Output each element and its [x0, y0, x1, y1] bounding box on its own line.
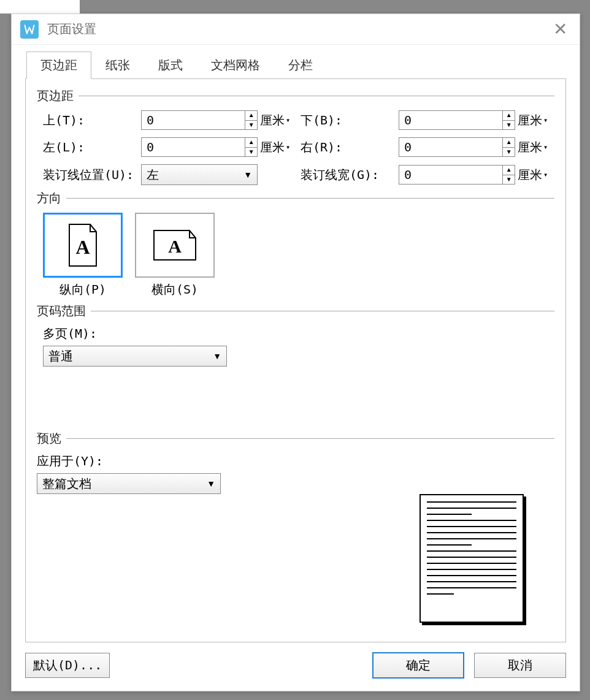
spin-up-icon[interactable]: ▲	[245, 138, 257, 148]
svg-text:A: A	[168, 236, 182, 256]
margin-right-label: 右(R):	[301, 139, 399, 156]
multi-page-combo[interactable]: 普通▼	[43, 346, 227, 367]
cancel-button[interactable]: 取消	[474, 653, 566, 678]
group-margins-label: 页边距	[37, 88, 74, 104]
group-preview-label: 预览	[37, 430, 61, 447]
ok-button[interactable]: 确定	[372, 652, 464, 679]
group-orientation-label: 方向	[37, 190, 61, 207]
orientation-landscape[interactable]: A	[135, 213, 215, 278]
page-preview-icon	[420, 494, 524, 623]
orientation-landscape-label: 横向(S)	[135, 281, 215, 298]
margin-bottom-input[interactable]: ▲▼	[399, 110, 515, 130]
gutter-width-unit[interactable]: 厘米▾	[515, 167, 558, 183]
page-setup-dialog: 页面设置 ✕ 页边距 纸张 版式 文档网格 分栏 页边距 上(T):	[11, 13, 580, 691]
close-icon[interactable]: ✕	[550, 19, 571, 39]
margin-left-unit[interactable]: 厘米▾	[258, 139, 301, 156]
titlebar: 页面设置 ✕	[12, 14, 580, 45]
spin-down-icon[interactable]: ▼	[503, 148, 515, 157]
apply-to-label: 应用于(Y):	[37, 453, 554, 470]
spin-down-icon[interactable]: ▼	[245, 121, 257, 130]
apply-to-combo[interactable]: 整篇文档▼	[37, 473, 221, 494]
orientation-portrait-label: 纵向(P)	[43, 281, 123, 298]
gutter-pos-label: 装订线位置(U):	[43, 167, 141, 183]
spin-down-icon[interactable]: ▼	[503, 121, 515, 130]
spin-up-icon[interactable]: ▲	[503, 165, 515, 175]
dialog-title: 页面设置	[47, 21, 550, 37]
multi-page-label: 多页(M):	[43, 325, 554, 342]
page-portrait-icon: A	[66, 223, 100, 267]
default-button[interactable]: 默认(D)...	[25, 653, 110, 678]
tab-strip: 页边距 纸张 版式 文档网格 分栏	[26, 51, 566, 78]
spin-up-icon[interactable]: ▲	[503, 111, 515, 121]
gutter-width-input[interactable]: ▲▼	[399, 165, 515, 185]
margin-left-label: 左(L):	[43, 139, 141, 156]
spin-down-icon[interactable]: ▼	[503, 175, 515, 185]
orientation-portrait[interactable]: A	[43, 213, 123, 278]
tab-paper[interactable]: 纸张	[91, 51, 144, 79]
margin-bottom-unit[interactable]: 厘米▾	[515, 112, 558, 129]
tab-grid[interactable]: 文档网格	[197, 51, 274, 79]
app-icon	[20, 20, 39, 39]
margin-top-input[interactable]: ▲▼	[141, 110, 258, 130]
spin-up-icon[interactable]: ▲	[245, 111, 257, 121]
svg-text:A: A	[75, 236, 90, 258]
spin-down-icon[interactable]: ▼	[245, 148, 257, 157]
margin-right-input[interactable]: ▲▼	[399, 137, 515, 157]
margin-bottom-label: 下(B):	[301, 112, 399, 129]
tab-layout[interactable]: 版式	[144, 51, 197, 79]
group-page-range-label: 页码范围	[37, 303, 86, 319]
tab-margins[interactable]: 页边距	[26, 51, 91, 79]
margin-right-unit[interactable]: 厘米▾	[515, 139, 558, 156]
margin-left-input[interactable]: ▲▼	[141, 137, 258, 157]
gutter-pos-combo[interactable]: 左▼	[141, 164, 258, 185]
margin-top-unit[interactable]: 厘米▾	[258, 112, 301, 129]
margin-top-label: 上(T):	[43, 112, 141, 129]
gutter-width-label: 装订线宽(G):	[301, 167, 399, 183]
page-landscape-icon: A	[151, 228, 198, 262]
spin-up-icon[interactable]: ▲	[503, 138, 515, 148]
tab-columns[interactable]: 分栏	[274, 51, 327, 79]
